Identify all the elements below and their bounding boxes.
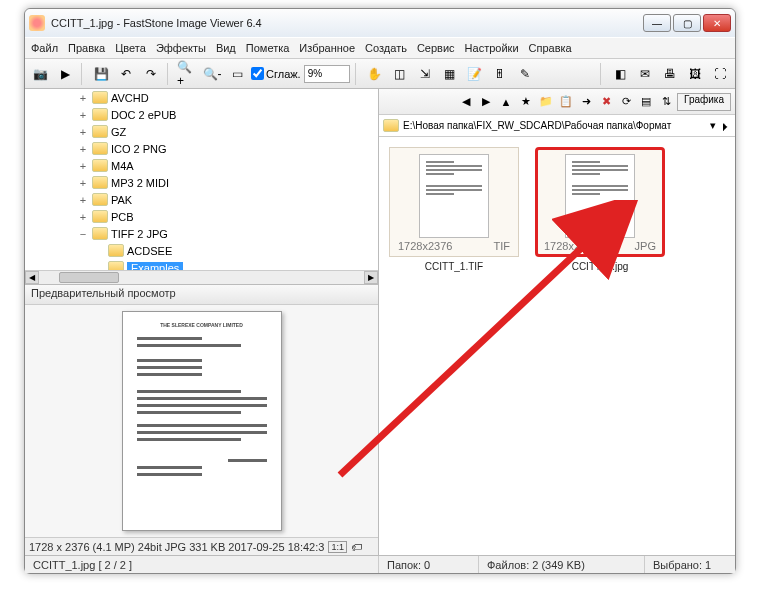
path-dropdown-icon[interactable]: ▾ <box>710 119 716 132</box>
main-toolbar: 📷 ▶ 💾 ↶ ↷ 🔍+ 🔍- ▭ Сглаж. ✋ ◫ ⇲ ▦ 📝 🎚 ✎ ◧… <box>25 59 735 89</box>
app-window: CCITT_1.jpg - FastStone Image Viewer 6.4… <box>24 8 736 574</box>
menu-settings[interactable]: Настройки <box>465 42 519 54</box>
status-file: CCITT_1.jpg [ 2 / 2 ] <box>25 556 379 573</box>
status-bar: CCITT_1.jpg [ 2 / 2 ] Папок: 0 Файлов: 2… <box>25 555 735 573</box>
path-bar: ▾ ⏵ <box>379 115 735 137</box>
path-input[interactable] <box>403 120 706 131</box>
path-folder-icon <box>383 119 399 132</box>
hand-icon[interactable]: ✋ <box>364 63 386 85</box>
close-button[interactable]: ✕ <box>703 14 731 32</box>
zoom-select[interactable] <box>304 65 350 83</box>
menu-edit[interactable]: Правка <box>68 42 105 54</box>
folder-tree[interactable]: +AVCHD+DOC 2 ePUB+GZ+ICO 2 PNG+M4A+MP3 2… <box>25 89 378 285</box>
menu-tag[interactable]: Пометка <box>246 42 290 54</box>
menu-create[interactable]: Создать <box>365 42 407 54</box>
content-area: +AVCHD+DOC 2 ePUB+GZ+ICO 2 PNG+M4A+MP3 2… <box>25 89 735 555</box>
tree-label: PAK <box>111 194 132 206</box>
zoom-out-icon[interactable]: 🔍- <box>201 63 223 85</box>
adjust-icon[interactable]: 🎚 <box>489 63 511 85</box>
titlebar[interactable]: CCITT_1.jpg - FastStone Image Viewer 6.4… <box>25 9 735 37</box>
text-icon[interactable]: 📝 <box>464 63 486 85</box>
tree-label: PCB <box>111 211 134 223</box>
thumb-ext: JPG <box>635 240 656 252</box>
tree-label: ICO 2 PNG <box>111 143 167 155</box>
tree-label: AVCHD <box>111 92 149 104</box>
folder-icon[interactable]: 📁 <box>537 93 555 111</box>
canvas-icon[interactable]: ▦ <box>439 63 461 85</box>
folder-icon <box>108 244 124 257</box>
tree-item[interactable]: +M4A <box>29 157 374 174</box>
scroll-right-icon[interactable]: ▶ <box>364 271 378 284</box>
menu-file[interactable]: Файл <box>31 42 58 54</box>
folder-icon <box>92 227 108 240</box>
tree-label: GZ <box>111 126 126 138</box>
print-icon[interactable]: 🖶 <box>659 63 681 85</box>
tree-item[interactable]: +ICO 2 PNG <box>29 140 374 157</box>
scroll-left-icon[interactable]: ◀ <box>25 271 39 284</box>
fit-icon[interactable]: ▭ <box>226 63 248 85</box>
right-panel: ◀ ▶ ▲ ★ 📁 📋 ➜ ✖ ⟳ ▤ ⇅ Графика ▾ ⏵ 1728x2… <box>379 89 735 555</box>
nav-up-icon[interactable]: ▲ <box>497 93 515 111</box>
folder-icon <box>92 193 108 206</box>
undo-icon[interactable]: ↶ <box>115 63 137 85</box>
folder-icon <box>92 142 108 155</box>
tree-item[interactable]: +MP3 2 MIDI <box>29 174 374 191</box>
zoom-in-icon[interactable]: 🔍+ <box>176 63 198 85</box>
slideshow-icon[interactable]: ▶ <box>54 63 76 85</box>
thumbnail-pane[interactable]: 1728x2376TIFCCITT_1.TIF1728x2376JPGCCITT… <box>379 137 735 555</box>
fav-icon[interactable]: ★ <box>517 93 535 111</box>
scroll-thumb[interactable] <box>59 272 119 283</box>
tree-item[interactable]: +PCB <box>29 208 374 225</box>
folder-icon <box>92 176 108 189</box>
maximize-button[interactable]: ▢ <box>673 14 701 32</box>
draw-icon[interactable]: ✎ <box>514 63 536 85</box>
wallpaper-icon[interactable]: 🖼 <box>684 63 706 85</box>
thumb-name: CCITT_1.jpg <box>535 261 665 272</box>
delete-icon[interactable]: ✖ <box>597 93 615 111</box>
sort-icon[interactable]: ⇅ <box>657 93 675 111</box>
tree-item[interactable]: +DOC 2 ePUB <box>29 106 374 123</box>
smoothing-checkbox[interactable]: Сглаж. <box>251 67 301 80</box>
tree-item[interactable]: +AVCHD <box>29 89 374 106</box>
email-icon[interactable]: ✉ <box>634 63 656 85</box>
move-icon[interactable]: ➜ <box>577 93 595 111</box>
minimize-button[interactable]: — <box>643 14 671 32</box>
menu-help[interactable]: Справка <box>529 42 572 54</box>
path-go-icon[interactable]: ⏵ <box>720 120 731 132</box>
graphics-button[interactable]: Графика <box>677 93 731 111</box>
tree-item[interactable]: −TIFF 2 JPG <box>29 225 374 242</box>
acquire-icon[interactable]: 📷 <box>29 63 51 85</box>
refresh-icon[interactable]: ⟳ <box>617 93 635 111</box>
menu-effects[interactable]: Эффекты <box>156 42 206 54</box>
menu-view[interactable]: Вид <box>216 42 236 54</box>
tree-item[interactable]: +PAK <box>29 191 374 208</box>
view-icon[interactable]: ▤ <box>637 93 655 111</box>
tree-item[interactable]: ACDSEE <box>29 242 374 259</box>
menubar: Файл Правка Цвета Эффекты Вид Пометка Из… <box>25 37 735 59</box>
copy-icon[interactable]: 📋 <box>557 93 575 111</box>
compare-icon[interactable]: ◧ <box>609 63 631 85</box>
status-folders: Папок: 0 <box>379 556 479 573</box>
menu-favorites[interactable]: Избранное <box>299 42 355 54</box>
app-icon <box>29 15 45 31</box>
save-icon[interactable]: 💾 <box>90 63 112 85</box>
tag-icon[interactable]: 🏷 <box>351 541 362 553</box>
folder-icon <box>92 159 108 172</box>
thumbnail[interactable]: 1728x2376JPGCCITT_1.jpg <box>535 147 665 272</box>
thumbnail[interactable]: 1728x2376TIFCCITT_1.TIF <box>389 147 519 272</box>
screen-icon[interactable]: ⛶ <box>709 63 731 85</box>
crop-icon[interactable]: ◫ <box>389 63 411 85</box>
redo-icon[interactable]: ↷ <box>140 63 162 85</box>
tree-item[interactable]: +GZ <box>29 123 374 140</box>
tree-h-scrollbar[interactable]: ◀ ▶ <box>25 270 378 284</box>
menu-colors[interactable]: Цвета <box>115 42 146 54</box>
preview-pane[interactable]: THE SLEREXE COMPANY LIMITED <box>25 305 378 537</box>
tree-label: ACDSEE <box>127 245 172 257</box>
menu-tools[interactable]: Сервис <box>417 42 455 54</box>
folder-icon <box>92 108 108 121</box>
preview-info-bar: 1728 x 2376 (4.1 MP) 24bit JPG 331 KB 20… <box>25 537 378 555</box>
ratio-badge[interactable]: 1:1 <box>328 541 347 553</box>
nav-fwd-icon[interactable]: ▶ <box>477 93 495 111</box>
nav-back-icon[interactable]: ◀ <box>457 93 475 111</box>
resize-icon[interactable]: ⇲ <box>414 63 436 85</box>
